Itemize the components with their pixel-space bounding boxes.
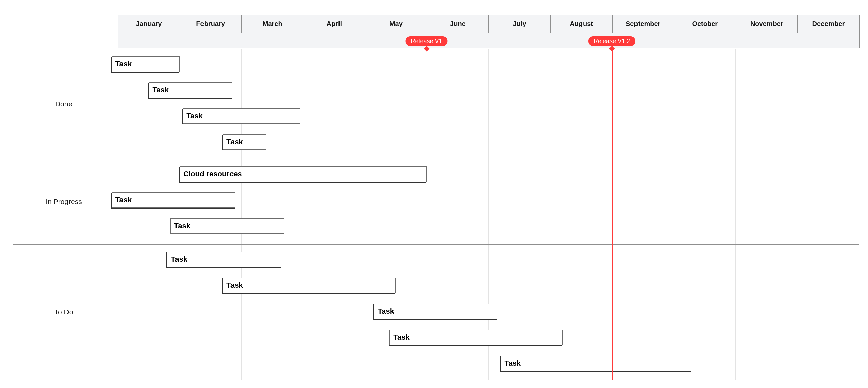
chart-border-left (13, 49, 13, 380)
milestone-label[interactable]: Release V1 (405, 36, 447, 46)
gantt-task-bar[interactable]: Task (374, 304, 497, 319)
gantt-task-bar[interactable]: Task (167, 252, 281, 267)
month-header: March (242, 15, 303, 33)
section-divider (13, 244, 859, 245)
gantt-task-bar[interactable]: Task (112, 192, 235, 208)
section-label: To Do (13, 308, 114, 316)
milestone-line (612, 41, 613, 380)
milestone-label[interactable]: Release V1.2 (588, 36, 635, 46)
month-header: January (118, 15, 180, 33)
gantt-task-bar[interactable]: Task (149, 82, 232, 98)
month-header: November (736, 15, 798, 33)
month-gridline (859, 49, 859, 380)
month-header: September (613, 15, 674, 33)
month-gridline (735, 49, 736, 380)
gantt-task-bar[interactable]: Task (223, 278, 396, 293)
month-gridline (365, 49, 365, 380)
month-header: December (798, 15, 859, 33)
milestone-row (118, 33, 860, 48)
month-header: October (674, 15, 736, 33)
section-divider (13, 159, 859, 159)
chart-border-bottom (13, 380, 859, 380)
month-gridline (674, 49, 674, 380)
section-label: Done (13, 100, 114, 108)
gantt-task-bar[interactable]: Task (112, 56, 180, 72)
gantt-task-bar[interactable]: Task (170, 218, 285, 234)
month-gridline (118, 49, 118, 380)
gantt-chart: JanuaryFebruaryMarchAprilMayJuneJulyAugu… (0, 0, 868, 388)
month-header: June (427, 15, 489, 33)
milestone-line (427, 41, 427, 380)
month-header-row: JanuaryFebruaryMarchAprilMayJuneJulyAugu… (118, 15, 860, 33)
month-header: August (551, 15, 613, 33)
gantt-task-bar[interactable]: Task (389, 330, 562, 345)
gantt-task-bar[interactable]: Task (183, 108, 300, 124)
month-gridline (303, 49, 303, 380)
gantt-task-bar[interactable]: Task (501, 356, 692, 371)
month-header: May (365, 15, 427, 33)
section-divider (13, 49, 859, 49)
month-header: July (489, 15, 550, 33)
section-label: In Progress (13, 198, 114, 206)
month-gridline (241, 49, 242, 380)
month-gridline (180, 49, 180, 380)
month-header: April (303, 15, 365, 33)
gantt-task-bar[interactable]: Task (223, 134, 266, 150)
gantt-task-bar[interactable]: Cloud resources (180, 166, 427, 182)
month-header: February (180, 15, 242, 33)
month-gridline (797, 49, 797, 380)
